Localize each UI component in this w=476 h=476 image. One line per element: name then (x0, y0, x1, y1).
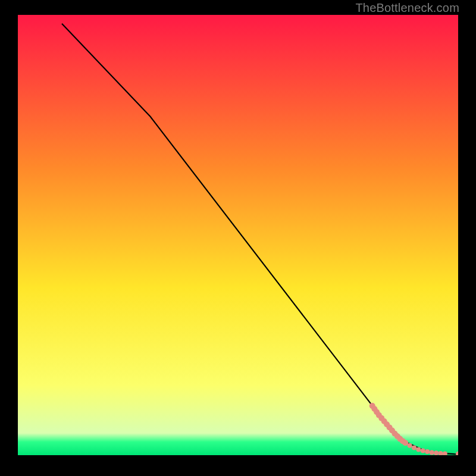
scatter-dot (434, 450, 439, 455)
chart-frame (18, 15, 458, 455)
scatter-dot (425, 449, 430, 454)
scatter-dot (416, 447, 421, 452)
scatter-dot (408, 443, 412, 448)
gradient-background (18, 15, 458, 455)
attribution-text: TheBottleneck.com (355, 1, 459, 15)
chart-svg (18, 15, 458, 455)
scatter-dot (430, 450, 434, 455)
scatter-dot (421, 449, 425, 453)
scatter-dot (412, 445, 416, 450)
scatter-dot (402, 440, 408, 446)
